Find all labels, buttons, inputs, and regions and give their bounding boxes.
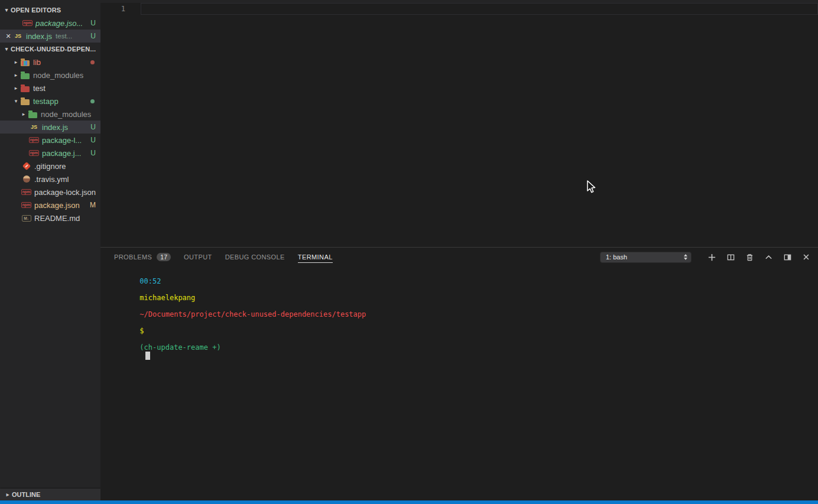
tree-item-lib[interactable]: ▸ lib <box>0 56 100 69</box>
terminal-git-status: (ch-update-reame +) <box>139 343 220 352</box>
terminal-shell-select[interactable]: 1: bash <box>600 252 692 263</box>
node-modules-folder-icon <box>28 109 38 119</box>
close-icon[interactable]: ✕ <box>4 32 13 40</box>
open-editor-label: index.js <box>26 32 52 41</box>
npm-icon: npm <box>21 187 31 197</box>
tree-item-node-modules[interactable]: ▸ node_modules <box>0 69 100 82</box>
git-status-badge: U <box>90 123 96 131</box>
outline-section-header[interactable]: ▸ OUTLINE <box>0 489 100 500</box>
sidebar: ▾ OPEN EDITORS npm package.jso... U ✕ JS… <box>0 0 100 500</box>
npm-icon: npm <box>22 18 33 28</box>
terminal-cursor <box>145 352 150 360</box>
chevron-right-icon: ▸ <box>12 85 20 91</box>
split-terminal-icon[interactable] <box>726 252 735 262</box>
tree-item-gitignore[interactable]: .gitignore <box>0 160 100 173</box>
shell-select-value: 1: bash <box>606 253 684 261</box>
tree-item-travis-yml[interactable]: .travis.yml <box>0 173 100 186</box>
open-editor-item-package-json[interactable]: npm package.jso... U <box>0 17 100 30</box>
git-dot-badge <box>90 99 95 103</box>
tree-item-readme-md[interactable]: M↓ README.md <box>0 212 100 225</box>
chevron-right-icon: ▸ <box>4 492 12 498</box>
editor-area[interactable]: 1 <box>100 0 818 247</box>
npm-icon: npm <box>29 135 39 145</box>
open-editor-folder-description: test... <box>56 32 72 40</box>
tree-item-test[interactable]: ▸ test <box>0 82 100 95</box>
close-panel-icon[interactable] <box>801 252 811 262</box>
tree-item-index-js[interactable]: JS index.js U <box>0 121 100 134</box>
chevron-right-icon: ▸ <box>12 72 20 78</box>
npm-icon: npm <box>21 200 31 210</box>
maximize-panel-chevron-icon[interactable] <box>764 252 773 262</box>
select-arrows-icon <box>684 254 687 260</box>
lib-folder-icon <box>20 57 30 67</box>
node-modules-folder-icon <box>20 70 30 80</box>
current-line-highlight <box>141 3 818 15</box>
markdown-icon: M↓ <box>21 213 31 223</box>
bottom-panel: PROBLEMS 17 OUTPUT DEBUG CONSOLE TERMINA… <box>100 247 818 500</box>
open-editors-title: OPEN EDITORS <box>11 6 61 14</box>
terminal-prompt-line[interactable]: 00:52 michaelekpang ~/Documents/project/… <box>114 269 366 369</box>
outline-title: OUTLINE <box>12 491 40 498</box>
move-panel-icon[interactable] <box>783 252 792 262</box>
problems-count-badge: 17 <box>157 253 171 261</box>
tab-output[interactable]: OUTPUT <box>184 253 212 261</box>
tree-item-nested-node-modules[interactable]: ▸ node_modules <box>0 108 100 121</box>
open-folder-icon <box>20 96 30 106</box>
git-status-badge: U <box>90 149 96 157</box>
chevron-down-icon: ▾ <box>12 98 20 104</box>
tab-terminal[interactable]: TERMINAL <box>298 253 333 263</box>
js-icon: JS <box>29 122 39 132</box>
open-editor-item-index-js[interactable]: ✕ JS index.js test... U <box>0 30 100 43</box>
explorer-section-header[interactable]: ▾ CHECK-UNUSED-DEPEN... <box>0 43 100 56</box>
chevron-down-icon: ▾ <box>2 7 11 13</box>
open-editors-header[interactable]: ▾ OPEN EDITORS <box>0 4 100 17</box>
terminal-prompt-symbol: $ <box>139 327 144 335</box>
chevron-down-icon: ▾ <box>2 46 11 52</box>
panel-actions: 1: bash <box>600 248 818 266</box>
open-editor-label: package.jso... <box>35 19 83 28</box>
test-folder-icon <box>20 83 30 93</box>
line-number: 1 <box>110 3 125 15</box>
chevron-right-icon: ▸ <box>12 59 20 65</box>
git-status-badge: U <box>90 136 96 144</box>
tree-item-package-lock-json[interactable]: npm package-lock.json <box>0 186 100 199</box>
panel-tabs: PROBLEMS 17 OUTPUT DEBUG CONSOLE TERMINA… <box>114 248 333 266</box>
status-bar <box>0 500 818 504</box>
git-status-badge: U <box>90 32 96 40</box>
git-status-badge: M <box>90 201 96 209</box>
chevron-right-icon: ▸ <box>20 111 28 117</box>
js-icon: JS <box>13 31 23 41</box>
vscode-window: ▾ OPEN EDITORS npm package.jso... U ✕ JS… <box>0 0 818 504</box>
tab-problems[interactable]: PROBLEMS 17 <box>114 253 171 261</box>
travis-ci-icon <box>21 174 31 184</box>
git-icon <box>21 161 31 171</box>
terminal-time: 00:52 <box>139 277 161 285</box>
tree-item-package-lock-nested[interactable]: npm package-l... U <box>0 134 100 147</box>
terminal-user: michaelekpang <box>139 294 195 302</box>
tab-debug-console[interactable]: DEBUG CONSOLE <box>225 253 285 261</box>
tree-item-testapp[interactable]: ▾ testapp <box>0 95 100 108</box>
tree-item-package-json[interactable]: npm package.json M <box>0 199 100 212</box>
tree-item-package-json-nested[interactable]: npm package.j... U <box>0 147 100 160</box>
project-name: CHECK-UNUSED-DEPEN... <box>11 45 96 53</box>
error-dot-badge <box>90 60 95 64</box>
new-terminal-icon[interactable] <box>707 252 716 262</box>
kill-terminal-trash-icon[interactable] <box>745 252 754 262</box>
git-status-badge: U <box>90 19 96 27</box>
terminal-path: ~/Documents/project/check-unused-depende… <box>139 310 366 318</box>
npm-icon: npm <box>29 148 39 158</box>
